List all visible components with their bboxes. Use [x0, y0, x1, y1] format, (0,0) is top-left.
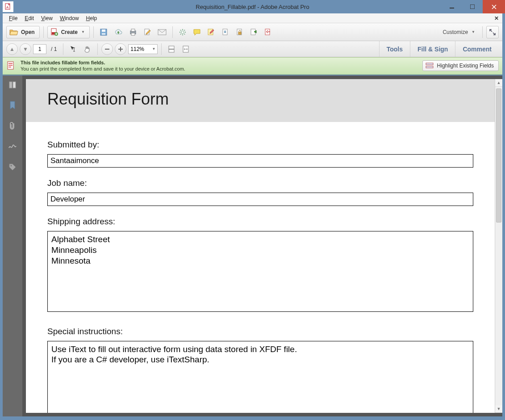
chevron-down-icon: ▼	[472, 30, 475, 34]
svg-rect-34	[9, 82, 12, 88]
fit-page-icon	[167, 45, 175, 53]
page-total-label: / 1	[48, 46, 59, 52]
svg-rect-11	[131, 29, 135, 31]
page-lock-icon	[236, 28, 243, 36]
cloud-button[interactable]	[112, 26, 125, 38]
comment-tab[interactable]: Comment	[455, 41, 499, 57]
fit-page-button[interactable]	[165, 43, 178, 55]
svg-point-36	[11, 165, 12, 166]
convert-button[interactable]	[262, 26, 275, 38]
save-button[interactable]	[97, 26, 110, 38]
email-button[interactable]	[155, 26, 169, 38]
separator	[97, 43, 98, 55]
document-area: Requisition Form Submitted by: Job name:…	[22, 76, 502, 416]
page-header: Requisition Form	[26, 79, 495, 122]
signatures-icon[interactable]	[8, 142, 17, 151]
separator	[172, 26, 173, 38]
navigation-pane	[3, 76, 22, 416]
separator	[161, 43, 162, 55]
settings-button[interactable]	[176, 26, 189, 38]
label-submitted-by: Submitted by:	[47, 140, 473, 150]
arrow-down-icon: ▼	[23, 46, 28, 52]
svg-rect-32	[426, 63, 433, 65]
label-job-name: Job name:	[47, 178, 473, 188]
menu-help[interactable]: Help	[83, 14, 101, 22]
field-job-name[interactable]	[47, 193, 473, 206]
document-stage[interactable]: Requisition Form Submitted by: Job name:…	[26, 79, 495, 413]
pdf-create-icon	[50, 28, 58, 36]
fit-width-button[interactable]	[179, 43, 192, 55]
page-up-button[interactable]: ▲	[6, 43, 18, 55]
highlight-fields-label: Highlight Existing Fields	[437, 63, 494, 69]
scroll-thumb[interactable]	[496, 88, 501, 223]
lock-pdf-button[interactable]	[234, 26, 246, 38]
envelope-icon	[158, 29, 167, 35]
printer-icon	[129, 28, 137, 36]
chevron-down-icon: ▼	[81, 30, 85, 34]
plus-icon	[118, 46, 123, 52]
svg-rect-24	[120, 47, 121, 51]
cursor-text-icon	[69, 45, 77, 53]
scroll-down-icon[interactable]: ▼	[495, 405, 502, 413]
frame-bottom	[0, 416, 505, 420]
page-number-input[interactable]	[33, 44, 46, 54]
svg-rect-30	[8, 65, 13, 66]
svg-rect-12	[131, 33, 135, 35]
workspace: Requisition Form Submitted by: Job name:…	[3, 75, 502, 416]
page-down-button[interactable]: ▼	[20, 43, 31, 55]
separator	[43, 26, 44, 38]
zoom-out-button[interactable]	[101, 43, 113, 55]
separator	[482, 26, 483, 38]
field-shipping-address[interactable]	[47, 231, 473, 311]
export-button[interactable]	[219, 26, 232, 38]
folder-open-icon	[9, 29, 18, 36]
zoom-value: 112%	[130, 46, 144, 52]
tools-tab[interactable]: Tools	[379, 41, 410, 57]
svg-rect-9	[102, 33, 105, 35]
svg-rect-22	[105, 49, 109, 50]
label-shipping-address: Shipping address:	[47, 217, 473, 227]
field-submitted-by[interactable]	[47, 154, 473, 168]
open-button[interactable]: Open	[6, 26, 40, 38]
attachments-icon[interactable]	[8, 121, 17, 131]
edit-doc-button[interactable]	[141, 26, 154, 38]
zoom-dropdown[interactable]: 112% ▼	[128, 44, 158, 54]
fill-sign-tab[interactable]: Fill & Sign	[410, 41, 455, 57]
hand-tool-button[interactable]	[81, 43, 94, 55]
minus-icon	[104, 46, 110, 52]
scroll-track[interactable]	[495, 87, 502, 405]
share-button[interactable]	[248, 26, 260, 38]
tags-icon[interactable]	[8, 162, 17, 172]
window-title: Requisition_Fillable.pdf - Adobe Acrobat…	[0, 4, 505, 10]
menu-window[interactable]: Window	[56, 14, 83, 22]
highlight-fields-button[interactable]: Highlight Existing Fields	[422, 60, 499, 71]
zoom-in-button[interactable]	[115, 43, 126, 55]
vertical-scrollbar[interactable]: ▲ ▼	[495, 79, 502, 413]
page-share-icon	[250, 28, 258, 36]
thumbnails-icon[interactable]	[8, 80, 17, 90]
scroll-up-icon[interactable]: ▲	[495, 79, 502, 87]
cloud-up-icon	[114, 29, 123, 36]
right-panel-tabs: Tools Fill & Sign Comment	[379, 41, 499, 57]
comment-bubble-button[interactable]	[191, 26, 203, 38]
menu-view[interactable]: View	[38, 14, 56, 22]
menu-file[interactable]: File	[5, 14, 21, 22]
print-button[interactable]	[127, 26, 139, 38]
arrow-up-icon: ▲	[9, 46, 15, 52]
svg-rect-19	[238, 32, 241, 34]
main-toolbar: Open Create ▼ Customize ▼	[3, 23, 502, 41]
separator	[63, 43, 63, 55]
expand-button[interactable]	[486, 26, 499, 38]
highlight-note-button[interactable]	[205, 26, 217, 38]
menu-edit[interactable]: Edit	[21, 14, 38, 22]
field-special-instructions[interactable]	[47, 341, 473, 413]
nav-toolbar: ▲ ▼ / 1 112% ▼ Tools Fill & Sign Comment	[3, 41, 502, 57]
menu-close-icon[interactable]: ✕	[494, 15, 499, 21]
customize-dropdown[interactable]: Customize ▼	[439, 26, 479, 38]
svg-rect-35	[13, 82, 16, 88]
bookmarks-icon[interactable]	[8, 101, 17, 110]
create-button[interactable]: Create ▼	[47, 26, 90, 38]
select-tool-button[interactable]	[67, 43, 79, 55]
page-convert-icon	[264, 28, 272, 36]
page-pencil-icon	[143, 28, 151, 36]
